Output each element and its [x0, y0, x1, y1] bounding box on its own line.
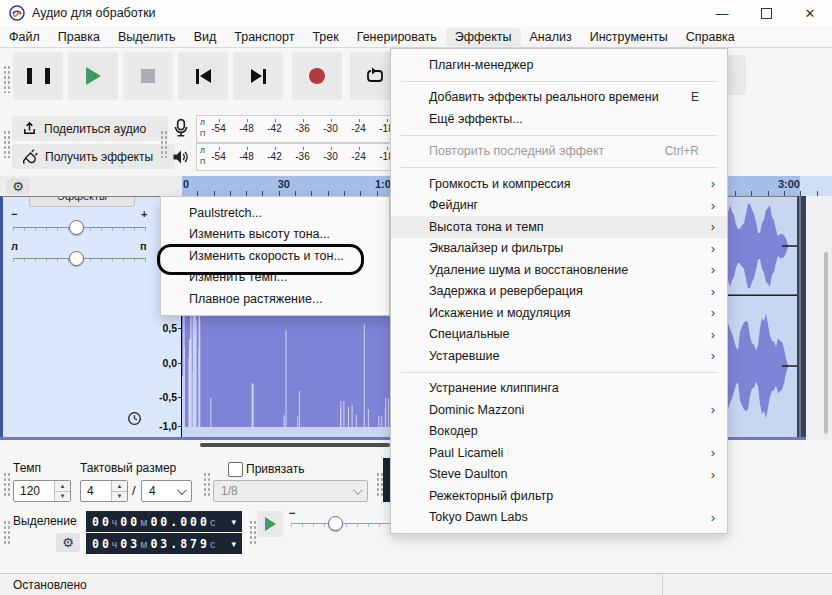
spinner-arrows[interactable]: ▲▼	[111, 481, 127, 501]
selection-label: Выделение	[13, 514, 77, 528]
effects-menu-item[interactable]: Фейдинг›	[391, 195, 727, 217]
snap-value-select[interactable]: 1/8	[213, 480, 368, 502]
selection-start-field[interactable]: 00ч00м00.000с ▾	[86, 511, 242, 532]
menu-separator	[401, 372, 717, 373]
toolbar-grip[interactable]	[249, 520, 257, 546]
effects-menu-item[interactable]: Tokyo Dawn Labs›	[391, 507, 727, 529]
effects-menu-item[interactable]: Paul Licameli›	[391, 442, 727, 464]
spin-up-icon: ▲	[55, 481, 70, 492]
effects-menu-item[interactable]: Steve Daulton›	[391, 464, 727, 486]
close-button[interactable]: ✕	[788, 0, 832, 26]
gain-slider-knob[interactable]	[69, 220, 84, 235]
get-effects-button[interactable]: Получить эффекты	[12, 144, 175, 169]
menu-tools[interactable]: Инструменты	[581, 28, 677, 46]
effects-menu-item[interactable]: Dominic Mazzoni›	[391, 399, 727, 421]
menu-separator	[401, 135, 717, 136]
play-at-speed-button[interactable]	[257, 511, 283, 537]
effects-menu-item[interactable]: Устранение клиппинга	[391, 378, 727, 400]
menu-bar: Файл Правка Выделить Вид Транспорт Трек …	[0, 26, 832, 48]
menu-help[interactable]: Справка	[677, 28, 744, 46]
toolbar-grip[interactable]	[3, 520, 11, 546]
snap-checkbox[interactable]	[228, 462, 243, 477]
dropdown-arrow-icon[interactable]: ▾	[231, 539, 236, 549]
effects-menu-item[interactable]: Плагин-менеджер	[391, 54, 727, 76]
note-value-select[interactable]: 4	[141, 480, 192, 502]
effects-menu-item[interactable]: Повторить последний эффектCtrl+R	[391, 141, 727, 163]
skip-to-end-button[interactable]	[233, 52, 283, 100]
menu-item-label: Задержка и реверберация	[429, 284, 583, 298]
play-button[interactable]	[68, 52, 118, 100]
toolbar-grip[interactable]	[160, 130, 168, 158]
effects-menu-item[interactable]: Вокодер	[391, 421, 727, 443]
playback-meter[interactable]: ЛП -54-48-42-36-30-24-18-12	[196, 143, 394, 171]
effects-menu-item[interactable]: Задержка и реверберация›	[391, 281, 727, 303]
gear-icon: ⚙	[62, 535, 74, 550]
effects-menu-item[interactable]: Ещё эффекты...	[391, 108, 727, 130]
menu-item-label: Эквалайзер и фильтры	[429, 241, 563, 255]
recording-meter[interactable]: ЛП -54-48-42-36-30-24-18-12	[196, 115, 394, 143]
speed-slider-knob[interactable]	[328, 516, 343, 531]
selection-options-button[interactable]: ⚙	[56, 533, 80, 552]
spinner-arrows[interactable]: ▲▼	[54, 481, 70, 501]
horizontal-scrollbar-thumb[interactable]	[200, 443, 390, 447]
menu-analyze[interactable]: Анализ	[521, 28, 581, 46]
effects-menu-item[interactable]: Искажение и модуляция›	[391, 302, 727, 324]
menu-generate[interactable]: Генерировать	[348, 28, 446, 46]
effects-menu-item[interactable]: Добавить эффекты реального времениE	[391, 87, 727, 109]
tempo-spinner[interactable]: 120 ▲▼	[13, 480, 71, 502]
share-audio-button[interactable]: Поделиться аудио	[12, 116, 168, 141]
snap-label: Привязать	[246, 462, 304, 476]
menu-item-shortcut: Ctrl+R	[665, 144, 699, 158]
pitch-submenu-item[interactable]: Изменить высоту тона...	[161, 224, 389, 246]
gain-minus-label: −	[11, 208, 17, 220]
skip-to-end-icon	[251, 69, 266, 84]
effects-menu-item[interactable]: Специальные›	[391, 324, 727, 346]
gain-plus-label: +	[141, 208, 147, 220]
toolbar-grip[interactable]	[3, 65, 11, 93]
record-button[interactable]	[292, 52, 342, 100]
toolbar-grip[interactable]	[203, 472, 211, 498]
submenu-arrow-icon: ›	[699, 305, 715, 320]
menu-view[interactable]: Вид	[185, 28, 226, 46]
meter-scale-number: -30	[323, 151, 338, 162]
clock-icon[interactable]	[127, 411, 142, 426]
effects-menu-item[interactable]: Высота тона и темп›	[391, 216, 727, 238]
effects-menu-item[interactable]: Удаление шума и восстановление›	[391, 259, 727, 281]
annotation-oval	[157, 244, 364, 275]
submenu-arrow-icon: ›	[699, 467, 715, 482]
menu-file[interactable]: Файл	[0, 28, 49, 46]
track-control-panel[interactable]: Эффекты − + л п	[0, 196, 155, 437]
speaker-icon[interactable]	[171, 148, 190, 166]
effects-menu-item[interactable]: Режекторный фильтр	[391, 485, 727, 507]
toolbar-grip[interactable]	[3, 472, 11, 498]
pause-button[interactable]	[13, 52, 63, 100]
menu-effects[interactable]: Эффекты	[446, 28, 521, 46]
timeline-label: 0	[183, 178, 189, 190]
dropdown-arrow-icon[interactable]: ▾	[231, 517, 236, 527]
vertical-scale-label: -0,5	[159, 391, 177, 403]
selection-end-field[interactable]: 00ч03м03.879с ▾	[86, 533, 242, 554]
microphone-icon[interactable]	[172, 118, 190, 138]
menu-edit[interactable]: Правка	[49, 28, 109, 46]
effects-menu-item[interactable]: Эквалайзер и фильтры›	[391, 238, 727, 260]
effects-menu-item[interactable]: Громкость и компрессия›	[391, 173, 727, 195]
submenu-arrow-icon: ›	[699, 510, 715, 525]
track-effects-button[interactable]: Эффекты	[29, 196, 135, 207]
minimize-button[interactable]: —	[700, 0, 744, 26]
toolbar-grip[interactable]	[3, 130, 11, 158]
menu-transport[interactable]: Транспорт	[225, 28, 303, 46]
timeline-options-button[interactable]: ⚙	[6, 178, 30, 194]
pan-slider-knob[interactable]	[69, 251, 84, 266]
beats-spinner[interactable]: 4 ▲▼	[80, 480, 128, 502]
skip-to-start-button[interactable]	[178, 52, 228, 100]
pitch-submenu-item[interactable]: Плавное растяжение...	[161, 288, 389, 310]
effects-menu-item[interactable]: Устаревшие›	[391, 345, 727, 367]
menu-select[interactable]: Выделить	[109, 28, 185, 46]
menu-separator	[401, 81, 717, 82]
maximize-button[interactable]	[744, 0, 788, 26]
vertical-scrollbar[interactable]	[824, 252, 828, 434]
stop-button[interactable]	[123, 52, 173, 100]
get-effects-label: Получить эффекты	[45, 150, 153, 164]
menu-track[interactable]: Трек	[303, 28, 347, 46]
pitch-submenu-item[interactable]: Paulstretch...	[161, 202, 389, 224]
